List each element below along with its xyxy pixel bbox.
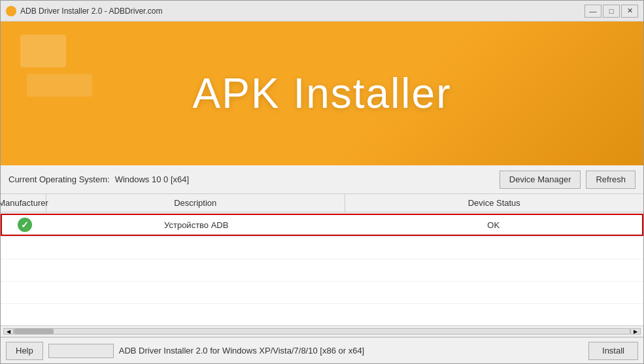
table-header: Manufacturer Description Device Status (1, 194, 643, 212)
os-label: Current Operating System: (8, 174, 110, 184)
device-manager-button[interactable]: Device Manager (500, 171, 581, 189)
table-body: ✓ Устройство ADB OK (1, 212, 643, 325)
help-button[interactable]: Help (6, 342, 43, 360)
cell-description: Устройство ADB (48, 220, 345, 230)
title-bar: ADB Driver Installer 2.0 - ADBDriver.com… (1, 1, 643, 22)
cell-status: OK (345, 220, 643, 230)
table-row[interactable]: ✓ Устройство ADB OK (1, 214, 643, 236)
empty-row (1, 259, 643, 282)
scrollbar-thumb[interactable] (14, 329, 54, 334)
scrollbar-track[interactable] (14, 328, 630, 335)
scroll-left-button[interactable]: ◀ (3, 328, 14, 335)
cell-manufacturer: ✓ (2, 218, 48, 232)
banner: APK Installer (1, 22, 643, 165)
close-button[interactable]: ✕ (621, 5, 638, 18)
install-button[interactable]: Install (588, 342, 638, 360)
maximize-button[interactable]: □ (603, 5, 620, 18)
os-value: Windows 10 0 [x64] (115, 174, 189, 184)
empty-row (1, 282, 643, 304)
status-text: ADB Driver Installer 2.0 for Windows XP/… (119, 346, 583, 356)
empty-rows (1, 237, 643, 325)
col-header-status: Device Status (345, 194, 644, 212)
empty-row (1, 304, 643, 325)
col-header-manufacturer: Manufacturer (1, 194, 46, 212)
empty-row (1, 237, 643, 259)
title-bar-buttons: — □ ✕ (585, 5, 638, 18)
banner-rect-top (20, 35, 66, 67)
banner-title: APK Installer (193, 69, 452, 118)
device-table: Manufacturer Description Device Status ✓… (1, 194, 643, 325)
info-bar: Current Operating System: Windows 10 0 [… (1, 165, 643, 194)
minimize-button[interactable]: — (585, 5, 602, 18)
window-title: ADB Driver Installer 2.0 - ADBDriver.com (20, 7, 585, 16)
check-icon: ✓ (18, 218, 32, 232)
main-window: ADB Driver Installer 2.0 - ADBDriver.com… (0, 0, 644, 364)
status-bar: Help ADB Driver Installer 2.0 for Window… (1, 337, 643, 363)
app-icon (6, 6, 16, 16)
banner-rect-bottom (27, 74, 92, 97)
horizontal-scrollbar[interactable]: ◀ ▶ (1, 325, 643, 337)
refresh-button[interactable]: Refresh (586, 171, 636, 189)
col-header-description: Description (46, 194, 345, 212)
progress-bar (48, 344, 114, 358)
scroll-right-button[interactable]: ▶ (630, 328, 641, 335)
banner-decoration (20, 35, 92, 97)
